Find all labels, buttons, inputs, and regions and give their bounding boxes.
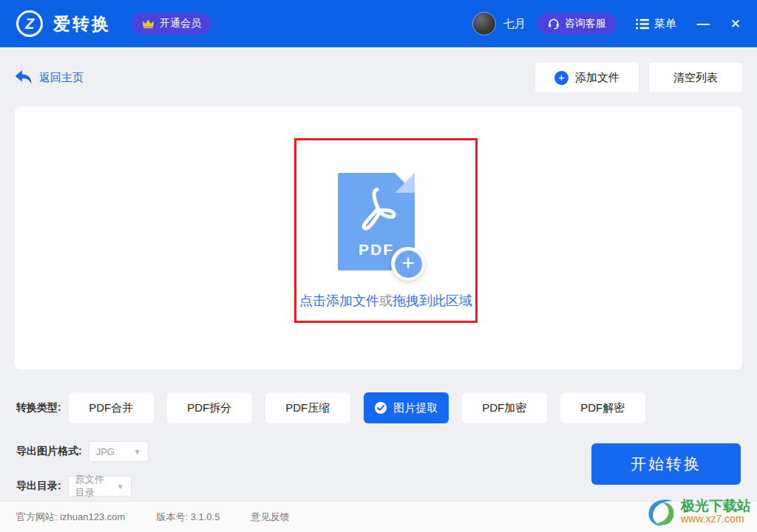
export-dir-row: 导出目录: 原文件目录 ▼: [16, 476, 132, 497]
clear-list-label: 清空列表: [673, 71, 718, 85]
start-convert-button[interactable]: 开始转换: [591, 443, 741, 485]
add-plus-badge[interactable]: +: [391, 247, 425, 281]
back-arrow-icon: [15, 69, 33, 86]
export-format-select[interactable]: JPG ▼: [89, 441, 149, 462]
chevron-down-icon: ▼: [134, 448, 141, 456]
minimize-button[interactable]: —: [697, 18, 710, 30]
version-text: 版本号: 3.1.0.5: [156, 511, 220, 524]
dropzone-hint: 点击添加文件或拖拽到此区域: [282, 292, 490, 310]
export-format-row: 导出图片格式: JPG ▼: [16, 441, 149, 462]
type-button-pdf-split[interactable]: PDF拆分: [167, 392, 252, 423]
type-button-label: PDF压缩: [285, 401, 330, 415]
menu-list-icon: [636, 18, 649, 30]
pdf-file-icon: PDF +: [338, 173, 415, 270]
menu-label: 菜单: [654, 17, 676, 31]
export-format-label: 导出图片格式:: [16, 445, 82, 458]
export-dir-select[interactable]: 原文件目录 ▼: [68, 476, 132, 497]
open-membership-button[interactable]: 开通会员: [132, 13, 211, 35]
user-avatar[interactable]: [472, 12, 496, 35]
menu-button[interactable]: 菜单: [636, 17, 676, 31]
hint-click-text: 点击添加文件: [299, 293, 379, 308]
plus-icon: +: [395, 250, 422, 278]
add-file-label: 添加文件: [575, 71, 619, 85]
type-button-label: PDF合并: [89, 401, 133, 415]
type-button-pdf-merge[interactable]: PDF合并: [69, 392, 154, 423]
type-button-pdf-decrypt[interactable]: PDF解密: [560, 392, 645, 423]
convert-type-row: 转换类型: PDF合并 PDF拆分 PDF压缩 图片提取 PDF加密 PDF解密: [16, 392, 645, 423]
official-site-text: 官方网站: izhuan123.com: [16, 511, 125, 524]
crown-icon: [142, 18, 155, 29]
back-home-button[interactable]: 返回主页: [15, 69, 84, 86]
type-button-pdf-compress[interactable]: PDF压缩: [265, 392, 350, 423]
app-logo-letter: Z: [25, 16, 34, 33]
file-dropzone[interactable]: PDF + 点击添加文件或拖拽到此区域: [294, 138, 478, 323]
toolbar: 返回主页 + 添加文件 清空列表: [0, 63, 757, 92]
export-format-value: JPG: [96, 446, 115, 457]
customer-support-label: 咨询客服: [565, 17, 606, 30]
file-list-card: PDF + 点击添加文件或拖拽到此区域: [15, 106, 742, 369]
app-logo: Z: [16, 10, 43, 37]
app-title: 爱转换: [53, 13, 111, 35]
type-button-label: PDF拆分: [187, 401, 231, 415]
chevron-down-icon: ▼: [117, 482, 124, 491]
open-membership-label: 开通会员: [160, 17, 201, 30]
type-button-label: PDF解密: [580, 401, 625, 415]
xz7-site-url: www.xz7.com: [681, 514, 751, 525]
feedback-link[interactable]: 意见反馈: [251, 511, 289, 524]
export-dir-value: 原文件目录: [75, 473, 112, 499]
close-button[interactable]: ✕: [730, 18, 741, 30]
xz7-swirl-logo-icon: [644, 495, 678, 529]
clear-list-button[interactable]: 清空列表: [649, 63, 742, 92]
type-button-pdf-encrypt[interactable]: PDF加密: [462, 392, 547, 423]
hint-or-text: 或: [379, 293, 393, 308]
type-button-label: 图片提取: [393, 401, 438, 415]
convert-type-label: 转换类型:: [16, 401, 61, 415]
customer-support-button[interactable]: 咨询客服: [537, 13, 617, 35]
title-bar: Z 爱转换 开通会员 七月 咨询客服: [0, 0, 757, 47]
xz7-watermark: 极光下载站 www.xz7.com: [644, 495, 751, 529]
back-home-label: 返回主页: [39, 71, 84, 85]
headset-icon: [548, 18, 560, 30]
username: 七月: [503, 17, 526, 31]
hint-drag-text: 拖拽到此区域: [393, 293, 472, 308]
add-file-button[interactable]: + 添加文件: [535, 63, 639, 92]
xz7-site-name: 极光下载站: [681, 499, 751, 514]
type-button-image-extract[interactable]: 图片提取: [364, 392, 449, 423]
type-button-label: PDF加密: [482, 401, 526, 415]
export-dir-label: 导出目录:: [16, 480, 61, 493]
plus-icon: +: [554, 71, 568, 85]
check-circle-icon: [374, 401, 387, 415]
pdf-adobe-swirl-icon: [354, 186, 398, 233]
